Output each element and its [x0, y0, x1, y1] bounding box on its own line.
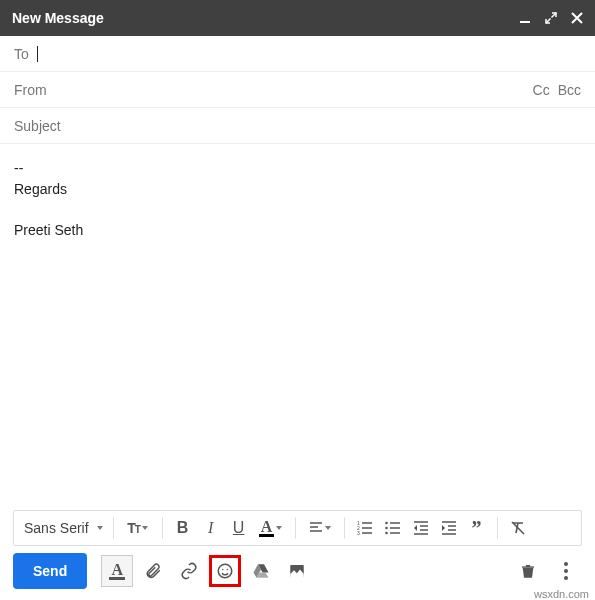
subject-row[interactable] [0, 108, 595, 144]
formatting-toolbar: Sans Serif TT B I U A 123 ” [13, 510, 582, 546]
subject-input[interactable] [14, 118, 581, 134]
right-actions [512, 555, 582, 587]
bcc-button[interactable]: Bcc [558, 82, 581, 98]
from-input[interactable] [55, 82, 533, 98]
italic-button[interactable]: I [197, 514, 225, 542]
insert-drive-button[interactable] [245, 555, 277, 587]
chevron-down-icon [142, 526, 148, 530]
bold-button[interactable]: B [169, 514, 197, 542]
insert-link-button[interactable] [173, 555, 205, 587]
chevron-down-icon [276, 526, 282, 530]
svg-point-6 [385, 532, 388, 535]
indent-more-button[interactable] [435, 514, 463, 542]
svg-point-9 [227, 569, 229, 571]
separator [344, 517, 345, 539]
svg-point-5 [385, 527, 388, 530]
signature-line1: Regards [14, 179, 581, 200]
svg-rect-12 [522, 566, 534, 567]
svg-point-13 [564, 562, 568, 566]
expand-icon[interactable] [545, 12, 557, 24]
compose-header: New Message [0, 0, 595, 36]
svg-point-4 [385, 522, 388, 525]
bottom-toolbar: Send A [13, 552, 582, 590]
more-options-button[interactable] [550, 555, 582, 587]
separator [295, 517, 296, 539]
bulleted-list-button[interactable] [379, 514, 407, 542]
discard-draft-button[interactable] [512, 555, 544, 587]
from-label: From [14, 82, 47, 98]
chevron-down-icon [97, 526, 103, 530]
underline-button[interactable]: U [225, 514, 253, 542]
font-size-button[interactable]: TT [120, 514, 156, 542]
to-label: To [14, 46, 29, 62]
insert-photo-button[interactable] [281, 555, 313, 587]
text-color-button[interactable]: A [253, 514, 289, 542]
remove-formatting-button[interactable] [504, 514, 532, 542]
watermark: wsxdn.com [534, 588, 589, 600]
close-icon[interactable] [571, 12, 583, 24]
font-family-select[interactable]: Sans Serif [20, 514, 107, 542]
svg-point-7 [218, 564, 232, 578]
indent-less-button[interactable] [407, 514, 435, 542]
signature-separator: -- [14, 158, 581, 179]
signature-line2: Preeti Seth [14, 220, 581, 241]
font-name: Sans Serif [24, 520, 89, 536]
compose-title: New Message [12, 10, 519, 26]
svg-text:3: 3 [357, 530, 360, 535]
from-row[interactable]: From Cc Bcc [0, 72, 595, 108]
chevron-down-icon [325, 526, 331, 530]
separator [497, 517, 498, 539]
quote-button[interactable]: ” [463, 514, 491, 542]
align-button[interactable] [302, 514, 338, 542]
window-controls [519, 12, 583, 24]
send-button[interactable]: Send [13, 553, 87, 589]
minimize-icon[interactable] [519, 12, 531, 24]
svg-rect-0 [520, 21, 530, 23]
message-body[interactable]: -- Regards Preeti Seth [0, 144, 595, 474]
separator [113, 517, 114, 539]
to-input[interactable] [38, 46, 581, 62]
attach-file-button[interactable] [137, 555, 169, 587]
to-row[interactable]: To [0, 36, 595, 72]
cc-button[interactable]: Cc [533, 82, 550, 98]
separator [162, 517, 163, 539]
svg-point-14 [564, 569, 568, 573]
cc-bcc-links: Cc Bcc [533, 82, 581, 98]
numbered-list-button[interactable]: 123 [351, 514, 379, 542]
svg-point-15 [564, 576, 568, 580]
insert-icons: A [101, 555, 313, 587]
formatting-toggle-button[interactable]: A [101, 555, 133, 587]
svg-point-8 [222, 569, 224, 571]
insert-emoji-button[interactable] [209, 555, 241, 587]
